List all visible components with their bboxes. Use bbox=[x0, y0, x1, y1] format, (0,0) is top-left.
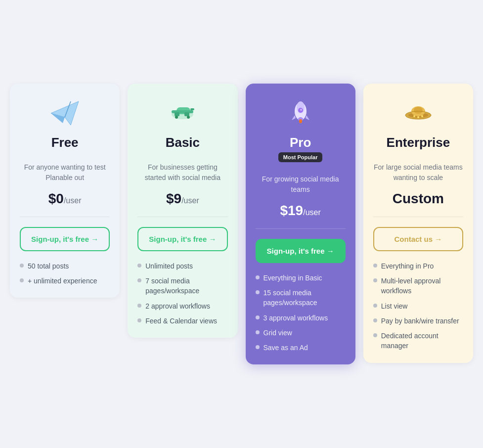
feature-item: Unlimited posts bbox=[137, 261, 227, 271]
bullet-icon bbox=[373, 278, 377, 282]
price-amount: Custom bbox=[393, 191, 444, 206]
bullet-icon bbox=[137, 264, 141, 268]
feature-item: 2 approval workflows bbox=[137, 301, 227, 311]
price-unit: /user bbox=[303, 208, 321, 217]
plan-description: For businesses getting started with soci… bbox=[137, 158, 227, 191]
plan-name: Free bbox=[51, 135, 79, 150]
bullet-icon bbox=[256, 290, 260, 294]
svg-point-16 bbox=[300, 109, 302, 111]
svg-marker-0 bbox=[51, 101, 79, 125]
bullet-icon bbox=[373, 304, 377, 308]
feature-text: Everything in Pro bbox=[381, 261, 434, 271]
divider bbox=[256, 228, 346, 229]
feature-item: 3 approval workflows bbox=[256, 313, 346, 323]
bullet-icon bbox=[137, 278, 141, 282]
plan-price: $9/user bbox=[137, 191, 227, 217]
bullet-icon bbox=[256, 330, 260, 334]
svg-point-23 bbox=[417, 116, 419, 118]
feature-item: + unlimited experience bbox=[20, 276, 110, 286]
features-list: Everything in Pro Multi-level approval w… bbox=[373, 261, 463, 351]
cta-button-basic[interactable]: Sign-up, it's free → bbox=[137, 227, 227, 251]
bullet-icon bbox=[20, 264, 24, 268]
bullet-icon bbox=[256, 345, 260, 349]
price-unit: /user bbox=[181, 196, 199, 205]
plan-name: Enterprise bbox=[387, 135, 450, 150]
bullet-icon bbox=[20, 278, 24, 282]
price-amount: $0 bbox=[48, 191, 64, 206]
feature-item: Dedicated account manager bbox=[373, 331, 463, 351]
feature-item: 50 total posts bbox=[20, 261, 110, 271]
svg-point-20 bbox=[414, 107, 423, 114]
plan-name: Basic bbox=[166, 135, 200, 150]
pricing-container: Free For anyone wanting to test Planable… bbox=[10, 84, 473, 365]
feature-item: Everything in Basic bbox=[256, 273, 346, 283]
feature-text: + unlimited experience bbox=[28, 276, 97, 286]
cta-button-free[interactable]: Sign-up, it's free → bbox=[20, 227, 110, 251]
feature-item: Everything in Pro bbox=[373, 261, 463, 271]
feature-text: Everything in Basic bbox=[263, 273, 322, 283]
feature-text: Pay by bank/wire transfer bbox=[381, 316, 459, 326]
bullet-icon bbox=[137, 304, 141, 308]
feature-text: Dedicated account manager bbox=[381, 331, 463, 351]
svg-point-10 bbox=[187, 116, 190, 119]
svg-point-24 bbox=[421, 115, 423, 117]
plan-name: Pro bbox=[290, 135, 311, 150]
divider bbox=[137, 217, 227, 217]
feature-text: Unlimited posts bbox=[145, 261, 193, 271]
feature-text: List view bbox=[381, 301, 408, 311]
feature-text: Feed & Calendar views bbox=[145, 316, 217, 326]
feature-text: Multi-level approval workflows bbox=[381, 276, 463, 296]
plan-header: Free bbox=[20, 95, 110, 158]
bullet-icon bbox=[373, 318, 377, 322]
cta-button-pro[interactable]: Sign-up, it's free → bbox=[256, 239, 346, 263]
feature-text: 2 approval workflows bbox=[145, 301, 210, 311]
cta-button-enterprise[interactable]: Contact us → bbox=[373, 227, 463, 251]
plan-card-enterprise: Enterprise For large social media teams … bbox=[363, 84, 473, 363]
feature-text: 7 social media pages/workspace bbox=[145, 276, 227, 296]
plan-icon bbox=[283, 95, 318, 131]
plan-price: $19/user bbox=[256, 203, 346, 228]
plan-description: For large social media teams wanting to … bbox=[373, 158, 463, 191]
svg-point-9 bbox=[175, 116, 178, 119]
bullet-icon bbox=[256, 315, 260, 319]
plan-card-free: Free For anyone wanting to test Planable… bbox=[10, 84, 120, 298]
feature-item: Save as an Ad bbox=[256, 343, 346, 353]
feature-item: Multi-level approval workflows bbox=[373, 276, 463, 296]
plan-icon bbox=[165, 95, 200, 131]
price-unit: /user bbox=[64, 196, 82, 205]
price-amount: $9 bbox=[166, 191, 181, 206]
plan-card-pro: Pro Most Popular For growing social medi… bbox=[246, 84, 355, 365]
bullet-icon bbox=[137, 318, 141, 322]
plan-icon bbox=[47, 95, 83, 131]
svg-rect-8 bbox=[184, 112, 189, 116]
feature-text: Save as an Ad bbox=[263, 343, 308, 353]
svg-rect-7 bbox=[175, 112, 179, 116]
plan-price: $0/user bbox=[20, 191, 110, 217]
feature-item: List view bbox=[373, 301, 463, 311]
most-popular-badge: Most Popular bbox=[278, 152, 323, 162]
feature-item: Pay by bank/wire transfer bbox=[373, 316, 463, 326]
feature-text: 15 social media pages/workspace bbox=[263, 288, 346, 308]
svg-rect-6 bbox=[190, 108, 194, 110]
plan-icon bbox=[400, 95, 436, 131]
divider bbox=[20, 217, 110, 217]
svg-point-22 bbox=[413, 115, 415, 117]
price-amount: $19 bbox=[280, 203, 303, 218]
bullet-icon bbox=[256, 275, 260, 279]
plan-header: Basic bbox=[137, 95, 227, 158]
plan-description: For growing social media teams bbox=[256, 170, 346, 203]
bullet-icon bbox=[373, 264, 377, 268]
features-list: Everything in Basic 15 social media page… bbox=[256, 273, 346, 353]
feature-item: 7 social media pages/workspace bbox=[137, 276, 227, 296]
bullet-icon bbox=[373, 333, 377, 337]
features-list: 50 total posts + unlimited experience bbox=[20, 261, 110, 286]
feature-item: Feed & Calendar views bbox=[137, 316, 227, 326]
divider bbox=[373, 217, 463, 217]
feature-text: 3 approval workflows bbox=[263, 313, 328, 323]
plan-header: Pro Most Popular bbox=[256, 95, 346, 170]
plan-header: Enterprise bbox=[373, 95, 463, 158]
svg-rect-14 bbox=[299, 119, 302, 123]
plan-price: Custom bbox=[373, 191, 463, 217]
features-list: Unlimited posts 7 social media pages/wor… bbox=[137, 261, 227, 326]
feature-item: 15 social media pages/workspace bbox=[256, 288, 346, 308]
